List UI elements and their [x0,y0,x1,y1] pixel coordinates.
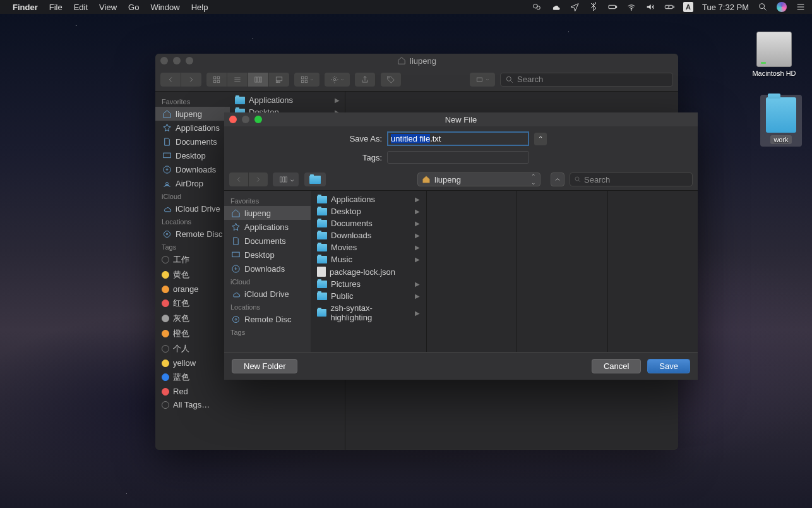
menu-window[interactable]: Window [150,3,179,12]
arrange-button[interactable] [294,73,319,87]
bluetooth-icon[interactable] [588,2,599,12]
tag-工作[interactable]: 工作 [155,252,230,267]
file-Documents[interactable]: Documents▶ [311,217,426,229]
col-item-applications[interactable]: Applications▶ [230,94,345,106]
d-sb-desktop[interactable]: Desktop [224,248,311,262]
dialog-titlebar[interactable]: New File [224,112,698,126]
send-icon[interactable] [570,2,580,12]
d-sb-remote[interactable]: Remote Disc [224,312,311,326]
forward-button[interactable] [181,73,201,87]
dialog-sidebar: Favorites liupeng Applications Documents… [224,191,311,352]
d-sb-applications[interactable]: Applications [224,220,311,234]
desktop-hd[interactable]: Macintosh HD [749,32,799,77]
dialog-close[interactable] [229,116,237,123]
svg-rect-26 [163,153,170,158]
chevron-right-icon: ▶ [415,256,420,263]
tag-蓝色[interactable]: 蓝色 [155,370,230,385]
dialog-back[interactable] [229,172,249,186]
tags-input[interactable] [387,151,529,164]
sidebar-desktop[interactable]: Desktop [155,148,230,162]
d-sb-downloads[interactable]: Downloads [224,262,311,275]
close-button[interactable] [160,57,168,64]
d-sb-documents[interactable]: Documents [224,234,311,248]
location-select[interactable]: liupeng ⌃⌄ [417,172,540,186]
app-name[interactable]: Finder [13,3,38,12]
menu-view[interactable]: View [99,3,117,12]
menu-help[interactable]: Help [191,3,208,12]
d-sb-icloud[interactable]: iCloud Drive [224,287,311,301]
cancel-button[interactable]: Cancel [592,359,641,373]
finder-search[interactable]: Search [500,73,673,87]
dialog-forward[interactable] [249,172,268,186]
tag-红色[interactable]: 红色 [155,296,230,311]
save-as-input[interactable] [387,131,529,146]
sidebar-applications[interactable]: Applications [155,121,230,135]
tag-黄色[interactable]: 黄色 [155,267,230,282]
cloud-icon[interactable] [551,2,561,12]
list-view[interactable] [227,73,248,87]
new-folder-button[interactable]: New Folder [232,359,297,373]
menu-go[interactable]: Go [128,3,139,12]
file-Desktop[interactable]: Desktop▶ [311,205,426,217]
desktop-work-folder[interactable]: work [760,95,802,147]
tag-yellow[interactable]: yellow [155,356,230,370]
battery-icon[interactable] [664,2,674,12]
svg-point-29 [164,231,170,237]
file-Movies[interactable]: Movies▶ [311,241,426,253]
tag-灰色[interactable]: 灰色 [155,311,230,326]
collapse-button[interactable]: ⌃ [534,133,547,145]
tag-Red[interactable]: Red [155,385,230,398]
back-button[interactable] [160,73,181,87]
sidebar-documents[interactable]: Documents [155,135,230,148]
sidebar-remote-disc[interactable]: Remote Disc [155,227,230,241]
wifi-icon[interactable] [626,2,636,12]
volume-icon[interactable] [645,2,655,12]
work-label: work [770,135,791,144]
tag-All Tags…[interactable]: All Tags… [155,398,230,411]
finder-sidebar: Favorites liupeng Applications Documents… [155,92,230,450]
up-button[interactable] [551,172,564,186]
sidebar-liupeng[interactable]: liupeng [155,107,230,121]
save-button[interactable]: Save [647,359,690,373]
menu-file[interactable]: File [49,3,63,12]
notification-center-icon[interactable] [796,2,806,12]
sidebar-downloads[interactable]: Downloads [155,162,230,176]
dialog-search[interactable]: Search [570,172,693,186]
chevron-right-icon: ▶ [415,293,420,299]
dialog-group[interactable] [304,172,326,186]
file-Music[interactable]: Music▶ [311,253,426,265]
action-button[interactable] [325,73,350,87]
sidebar-icloud[interactable]: iCloud Drive [155,202,230,215]
file-package-lock.json[interactable]: package-lock.json [311,265,426,278]
finder-titlebar[interactable]: liupeng [155,54,678,68]
file-zsh-syntax-highlighting[interactable]: zsh-syntax-highlighting▶ [311,302,426,324]
tag-橙色[interactable]: 橙色 [155,326,230,341]
siri-icon[interactable] [777,2,787,12]
file-Downloads[interactable]: Downloads▶ [311,229,426,241]
sidebar-airdrop[interactable]: AirDrop [155,176,230,190]
tag-个人[interactable]: 个人 [155,341,230,356]
path-button[interactable] [470,73,495,87]
column-view[interactable] [248,73,269,87]
file-Pictures[interactable]: Pictures▶ [311,278,426,290]
dialog-zoom[interactable] [254,116,262,123]
icon-view[interactable] [206,73,227,87]
spotlight-icon[interactable] [758,2,768,12]
menu-edit[interactable]: Edit [74,3,88,12]
zoom-button[interactable] [186,57,193,64]
wechat-icon[interactable] [532,2,542,12]
dialog-min[interactable] [242,116,249,123]
dialog-view[interactable]: ⌵ [273,172,299,186]
battery-menu-icon[interactable] [607,2,618,12]
svg-point-37 [232,316,239,322]
d-sb-liupeng[interactable]: liupeng [224,206,311,220]
file-Public[interactable]: Public▶ [311,290,426,302]
share-button[interactable] [355,73,376,87]
tag-button[interactable] [381,73,402,87]
gallery-view[interactable] [269,73,289,87]
input-source[interactable]: A [683,2,693,12]
file-Applications[interactable]: Applications▶ [311,193,426,205]
tag-orange[interactable]: orange [155,282,230,296]
minimize-button[interactable] [173,57,181,64]
clock[interactable]: Tue 7:32 PM [702,3,749,12]
